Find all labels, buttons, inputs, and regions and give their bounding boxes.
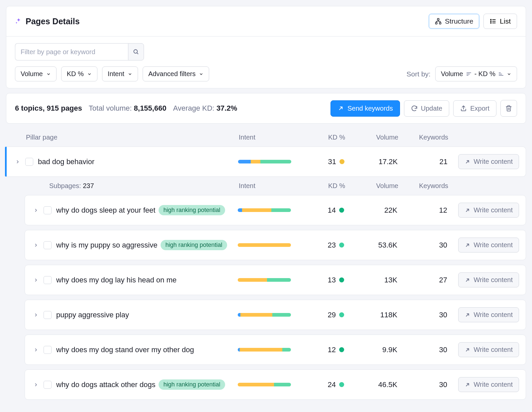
chevron-down-icon [507,72,511,76]
export-button[interactable]: Export [453,100,496,117]
expand-toggle[interactable] [32,312,40,318]
volume-value: 22K [344,206,397,215]
filter-chip-kd-[interactable]: KD % [61,66,97,81]
volume-value: 46.5K [344,380,397,389]
expand-toggle[interactable] [32,208,40,213]
chevron-down-icon [46,72,51,76]
svg-point-3 [490,19,491,20]
sub-col-intent: Intent [239,182,305,190]
send-keywords-button[interactable]: Send keywords [331,100,400,117]
write-content-button[interactable]: Write content [458,238,519,253]
write-icon [465,207,470,213]
kd-dot [339,347,344,352]
expand-toggle[interactable] [32,243,40,248]
expand-toggle[interactable] [32,277,40,283]
view-structure-button[interactable]: Structure [429,14,479,29]
row-checkbox[interactable] [44,206,52,214]
svg-rect-0 [438,19,439,20]
kd-dot [339,208,344,213]
expand-toggle[interactable] [32,347,40,353]
list-icon [490,18,496,25]
filter-chip-volume[interactable]: Volume [15,66,57,81]
svg-point-9 [134,50,137,53]
col-header-intent: Intent [239,134,305,141]
pillar-row[interactable]: bad dog behavior 31 17.2K 21 Write conte… [5,147,526,177]
sort-asc-icon [499,72,503,76]
kd-value: 23 [328,241,336,250]
subpage-name: puppy aggressive play [56,311,129,319]
filter-chip-advanced-filters[interactable]: Advanced filters [143,66,209,81]
sort-dropdown[interactable]: Volume - KD % [435,66,517,81]
subpage-row[interactable]: why does my dog lay his head on me1313K2… [25,265,526,295]
write-icon [465,382,470,388]
subpage-row[interactable]: why do dogs attack other dogshigh rankin… [25,369,526,400]
write-icon [465,312,470,318]
kd-value: 14 [328,206,336,215]
structure-icon [435,18,442,25]
kd-value: 12 [328,346,336,354]
intent-bar [238,243,291,247]
subpage-row[interactable]: why does my dog stand over my other dog1… [25,335,526,365]
kd-value: 31 [328,157,336,166]
intent-bar [238,160,291,163]
write-icon [465,159,470,165]
intent-bar [238,313,291,317]
row-checkbox[interactable] [44,311,52,319]
send-icon [337,105,344,112]
expand-toggle[interactable] [32,382,40,387]
subpage-row[interactable]: why is my puppy so aggressivehigh rankin… [25,230,526,260]
intent-bar [238,383,291,386]
write-content-button[interactable]: Write content [458,272,519,287]
subpage-row[interactable]: why do dogs sleep at your feethigh ranki… [25,195,526,225]
view-list-button[interactable]: List [483,14,517,29]
kd-dot [339,277,344,282]
sub-col-kd: KD % [305,182,345,190]
write-icon [465,242,470,248]
volume-value: 53.6K [344,241,397,250]
keywords-value: 30 [397,241,447,250]
expand-toggle[interactable] [13,159,22,164]
subpages-label: Subpages: 237 [49,182,239,190]
sort-desc-icon [466,72,471,76]
svg-rect-1 [436,22,437,24]
search-input[interactable] [15,43,128,60]
keywords-value: 30 [397,346,447,354]
write-content-button[interactable]: Write content [458,307,519,322]
sub-col-keywords: Keywords [398,182,448,190]
search-icon [133,49,139,55]
chevron-down-icon [199,72,203,76]
chevron-down-icon [87,72,92,76]
sub-col-volume: Volume [345,182,398,190]
row-checkbox[interactable] [44,276,52,284]
intent-bar [238,348,291,352]
kd-dot [339,382,344,387]
write-content-button[interactable]: Write content [458,377,519,392]
row-checkbox[interactable] [25,158,33,166]
sparkle-icon [15,18,22,25]
col-header-page: Pillar page [26,134,239,141]
col-header-kd: KD % [305,134,345,141]
write-content-button[interactable]: Write content [458,342,519,357]
keywords-value: 30 [397,311,447,319]
chevron-down-icon [128,72,132,76]
subpage-row[interactable]: puppy aggressive play29118K30Write conte… [25,300,526,330]
svg-line-10 [137,53,138,54]
export-icon [460,105,467,112]
delete-button[interactable] [500,100,517,117]
kd-dot [339,159,344,164]
row-checkbox[interactable] [44,241,52,249]
subpage-name: why do dogs attack other dogs [56,380,155,389]
update-button[interactable]: Update [404,100,450,117]
volume-value: 9.9K [344,346,397,354]
keywords-value: 27 [397,276,447,284]
row-checkbox[interactable] [44,381,52,389]
ranking-tag: high ranking potential [161,240,227,250]
keywords-value: 21 [398,157,448,166]
filter-chip-intent[interactable]: Intent [102,66,138,81]
ranking-tag: high ranking potential [159,205,225,215]
write-content-button[interactable]: Write content [458,154,519,169]
row-checkbox[interactable] [44,346,52,354]
write-content-button[interactable]: Write content [458,203,519,218]
kd-value: 13 [328,276,336,284]
search-button[interactable] [128,43,144,60]
